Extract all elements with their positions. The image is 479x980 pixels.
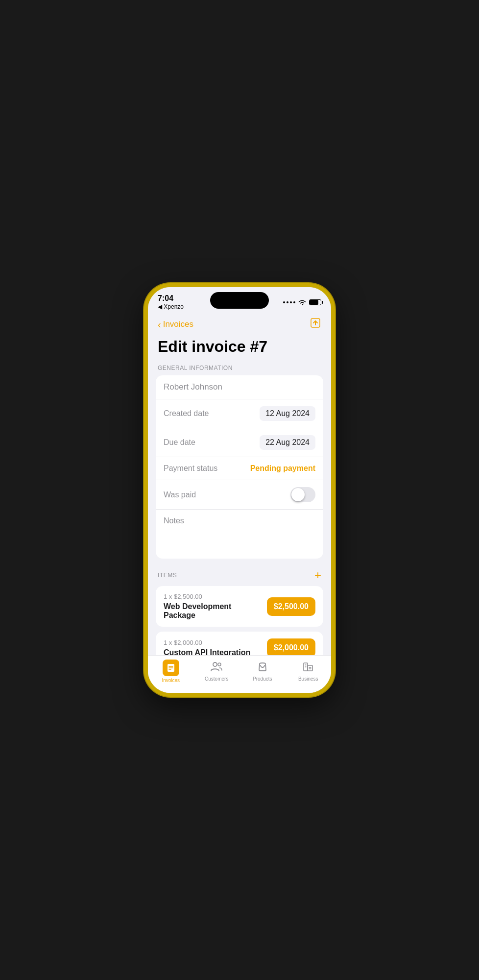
- payment-status-row[interactable]: Payment status Pending payment: [156, 457, 323, 480]
- battery-icon: [309, 299, 321, 305]
- svg-point-7: [218, 663, 221, 666]
- business-icon: [303, 661, 313, 675]
- svg-rect-9: [308, 665, 312, 671]
- toggle-knob: [291, 488, 305, 501]
- items-header: ITEMS +: [148, 568, 331, 586]
- back-label: Invoices: [163, 319, 193, 329]
- items-section-label: ITEMS: [158, 572, 177, 579]
- share-button[interactable]: [310, 317, 321, 332]
- chevron-left-icon: ‹: [158, 319, 161, 330]
- status-back-label: ◀ Xpenzo: [158, 303, 184, 310]
- customers-icon: [210, 661, 223, 675]
- item-price: $2,500.00: [267, 597, 315, 616]
- wifi-icon: [298, 299, 306, 305]
- signal-dots: [283, 301, 295, 303]
- phone-screen: 7:04 ◀ Xpenzo: [148, 287, 331, 693]
- item-row[interactable]: 1 x $2,500.00 Web Development Package $2…: [156, 586, 323, 627]
- was-paid-label: Was paid: [164, 490, 196, 499]
- item-name: Web Development Package: [164, 602, 262, 620]
- item-info: 1 x $2,000.00 Custom API Integration: [164, 639, 250, 657]
- tab-products[interactable]: Products: [245, 661, 280, 682]
- tab-invoices[interactable]: Invoices: [154, 660, 188, 683]
- notes-label: Notes: [164, 516, 315, 525]
- status-icons: [283, 299, 321, 305]
- item-price: $2,000.00: [267, 638, 315, 657]
- products-icon: [257, 661, 268, 675]
- item-qty: 1 x $2,500.00: [164, 593, 262, 600]
- item-info: 1 x $2,500.00 Web Development Package: [164, 593, 262, 620]
- due-date-label: Due date: [164, 438, 195, 447]
- tab-business[interactable]: Business: [291, 661, 325, 682]
- payment-status-value: Pending payment: [250, 464, 315, 473]
- back-button[interactable]: ‹ Invoices: [158, 319, 193, 330]
- phone-frame: 7:04 ◀ Xpenzo: [144, 283, 335, 697]
- share-icon: [310, 317, 321, 329]
- was-paid-toggle[interactable]: [290, 487, 315, 502]
- tab-products-label: Products: [253, 676, 272, 682]
- customer-name-row[interactable]: Robert Johnson: [156, 375, 323, 399]
- tab-customers-label: Customers: [205, 676, 228, 682]
- tab-customers[interactable]: Customers: [199, 661, 234, 682]
- customer-name: Robert Johnson: [164, 382, 222, 392]
- item-qty: 1 x $2,000.00: [164, 639, 250, 646]
- was-paid-row: Was paid: [156, 480, 323, 510]
- page-title-section: Edit invoice #7: [148, 334, 331, 365]
- tab-invoices-label: Invoices: [162, 678, 180, 683]
- due-date-value: 22 Aug 2024: [260, 435, 315, 450]
- status-time: 7:04: [158, 294, 184, 303]
- add-item-button[interactable]: +: [314, 568, 321, 582]
- page-title: Edit invoice #7: [158, 338, 321, 356]
- general-info-card: Robert Johnson Created date 12 Aug 2024 …: [156, 375, 323, 559]
- tab-bar: Invoices Customers: [148, 655, 331, 693]
- created-date-label: Created date: [164, 409, 209, 418]
- tab-business-label: Business: [298, 676, 318, 682]
- payment-status-label: Payment status: [164, 464, 217, 473]
- nav-bar: ‹ Invoices: [148, 313, 331, 334]
- invoices-icon: [163, 660, 179, 676]
- created-date-row[interactable]: Created date 12 Aug 2024: [156, 399, 323, 428]
- due-date-row[interactable]: Due date 22 Aug 2024: [156, 428, 323, 457]
- dynamic-island: [210, 292, 269, 309]
- svg-point-6: [213, 662, 217, 666]
- general-info-label: GENERAL INFORMATION: [148, 365, 331, 375]
- created-date-value: 12 Aug 2024: [260, 406, 315, 421]
- notes-row[interactable]: Notes: [156, 510, 323, 559]
